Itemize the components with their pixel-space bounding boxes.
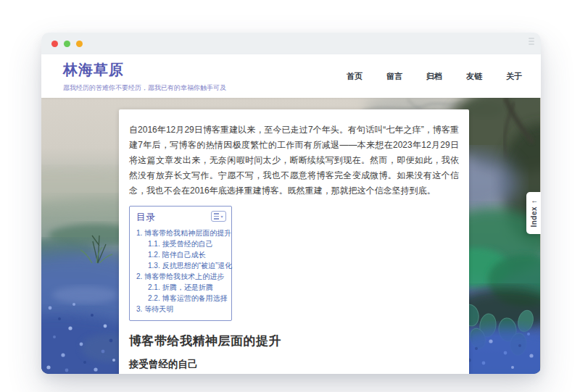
nav-item-archive[interactable]: 归档 — [426, 71, 442, 82]
arrow-up-icon: ↑ — [530, 199, 538, 204]
toc-toggle-button[interactable]: ▾ — [211, 211, 226, 222]
toc-item[interactable]: 1.1.接受曾经的自己 — [136, 238, 225, 249]
nav-item-links[interactable]: 友链 — [466, 71, 482, 82]
close-window-icon[interactable] — [51, 41, 58, 47]
toc-item[interactable]: 3.等待天明 — [136, 304, 225, 314]
window-titlebar — [41, 33, 541, 54]
toc-item[interactable]: 2.博客带给我技术上的进步 — [136, 271, 225, 282]
index-tab-label: Index — [530, 206, 538, 227]
article-intro-paragraph: 自2016年12月29日博客重建以来，至今已走过7个年头。有句话叫“七年之痒”，… — [129, 122, 459, 199]
nav-item-about[interactable]: 关于 — [506, 71, 522, 82]
toc-item[interactable]: 2.1.折腾，还是折腾 — [136, 282, 225, 293]
zoom-window-icon[interactable] — [76, 41, 83, 47]
section-heading: 博客带给我精神层面的提升 — [129, 333, 459, 349]
window-menu-icon — [529, 38, 534, 45]
page-viewport: 自2016年12月29日博客重建以来，至今已走过7个年头。有句话叫“七年之痒”，… — [41, 98, 541, 374]
site-header: 林海草原 愿我经历的苦难你不要经历，愿我已有的幸福你触手可及 首页 留言 归档 … — [41, 54, 541, 98]
site-brand[interactable]: 林海草原 愿我经历的苦难你不要经历，愿我已有的幸福你触手可及 — [63, 60, 226, 93]
site-title[interactable]: 林海草原 — [63, 60, 226, 80]
main-nav: 首页 留言 归档 友链 关于 — [347, 71, 522, 82]
nav-item-guestbook[interactable]: 留言 — [386, 71, 402, 82]
toc-item[interactable]: 1.博客带给我精神层面的提升 — [136, 228, 225, 238]
site-subtitle: 愿我经历的苦难你不要经历，愿我已有的幸福你触手可及 — [63, 83, 226, 93]
minimize-window-icon[interactable] — [64, 41, 70, 47]
index-side-tab[interactable]: Index ↑ — [526, 192, 541, 234]
browser-window: 林海草原 愿我经历的苦难你不要经历，愿我已有的幸福你触手可及 首页 留言 归档 … — [41, 33, 541, 374]
nav-item-home[interactable]: 首页 — [347, 71, 362, 82]
list-icon — [214, 213, 219, 220]
article-card: 自2016年12月29日博客重建以来，至今已走过7个年头。有句话叫“七年之痒”，… — [119, 109, 469, 374]
chevron-down-icon: ▾ — [220, 214, 223, 219]
toc-item[interactable]: 1.2.陪伴自己成长 — [136, 249, 225, 260]
toc-item[interactable]: 1.3.反抗思想的“被迫”退化 — [136, 260, 225, 271]
subsection-heading: 接受曾经的自己 — [129, 358, 459, 371]
toc-item[interactable]: 2.2.博客运营的备用选择 — [136, 293, 225, 304]
table-of-contents: 目录 ▾ 1.博客带给我精神层面的提升 1.1.接受曾经的自己 1.2.陪伴自己… — [129, 206, 232, 321]
